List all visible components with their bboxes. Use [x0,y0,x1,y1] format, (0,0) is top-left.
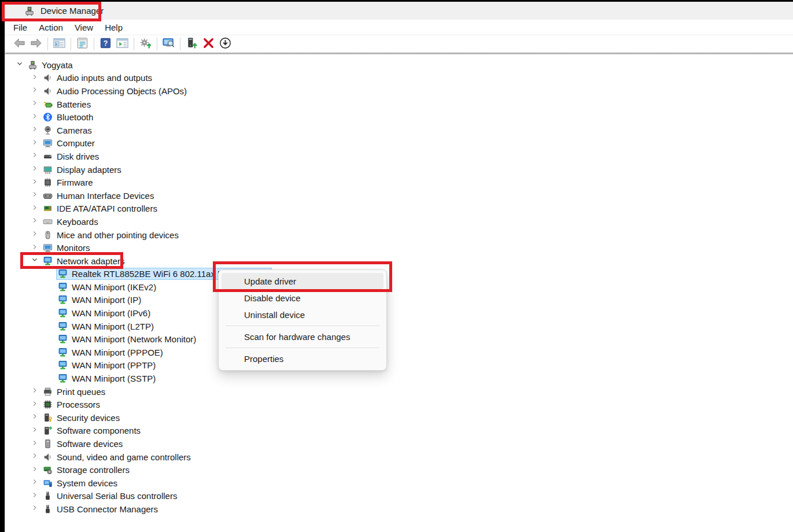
tree-item-sound-video-and-game-controllers[interactable]: Sound, video and game controllers [5,450,793,464]
chevron-down-icon [16,60,24,70]
chevron-right-icon [31,465,39,475]
uninstall-device-button[interactable] [201,36,216,51]
tree-item-keyboards[interactable]: Keyboards [5,215,793,228]
expand-chevron[interactable] [28,190,41,201]
tree-item-security-devices[interactable]: Security devices [5,411,793,424]
expand-chevron[interactable] [28,73,41,83]
tree-row-content: Print queues [41,386,108,398]
expand-chevron[interactable] [28,138,41,149]
expand-chevron[interactable] [28,243,41,253]
tree-item-label: WAN Miniport (IKEv2) [72,282,156,292]
menu-item-action[interactable]: Action [33,21,69,34]
expand-chevron[interactable] [28,178,41,188]
update-driver-toolbar-button[interactable] [184,36,200,51]
tree-item-software-devices[interactable]: Software devices [5,437,793,450]
tree-item-computer[interactable]: Computer [5,137,793,150]
tree-item-network-adapters[interactable]: Network adapters [5,254,793,268]
menu-item-file[interactable]: File [8,21,33,34]
forward-button[interactable] [28,36,44,51]
tree-item-label: IDE ATA/ATAPI controllers [57,204,157,213]
printer-icon [43,387,53,397]
expand-chevron[interactable] [28,125,41,135]
expand-chevron[interactable] [28,426,41,436]
tree-item-firmware[interactable]: Firmware [5,176,793,189]
network-icon [58,282,68,292]
back-button[interactable] [12,36,27,51]
expand-chevron[interactable] [28,412,41,423]
tree-item-wan-miniport-sstp[interactable]: WAN Miniport (SSTP) [5,372,793,385]
expand-chevron[interactable] [28,491,41,501]
tree-item-audio-processing-objects-apos[interactable]: Audio Processing Objects (APOs) [5,84,793,98]
expand-chevron[interactable] [28,439,41,449]
expand-chevron[interactable] [28,112,41,123]
expand-chevron[interactable] [28,86,41,96]
expand-chevron[interactable] [28,151,41,161]
help-button[interactable]: ? [98,36,113,51]
chevron-right-icon [31,112,39,123]
context-menu-item-scan-for-hardware-changes[interactable]: Scan for hardware changes [222,328,383,345]
tree-item-disk-drives[interactable]: Disk drives [5,150,793,163]
tree-item-print-queues[interactable]: Print queues [5,385,793,398]
expand-chevron[interactable] [28,230,41,240]
context-menu-item-properties[interactable]: Properties [222,350,383,367]
expand-chevron[interactable] [28,204,41,214]
expand-chevron[interactable] [28,164,41,175]
tree-item-software-components[interactable]: Software components [5,424,793,438]
context-menu-item-update-driver[interactable]: Update driver [222,273,383,290]
expand-chevron[interactable] [28,386,41,397]
tree-row-content: WAN Miniport (SSTP) [56,372,158,385]
menu-item-help[interactable]: Help [99,21,128,34]
tree-item-wan-miniport-pptp[interactable]: WAN Miniport (PPTP) [5,359,793,372]
expand-chevron[interactable] [28,452,41,462]
tree-item-processors[interactable]: Processors [5,398,793,411]
tree-item-universal-serial-bus-controllers[interactable]: Universal Serial Bus controllers [5,490,793,503]
tree-item-wan-miniport-network-monitor[interactable]: WAN Miniport (Network Monitor) [5,332,793,346]
collapse-chevron[interactable] [28,256,41,266]
tree-item-wan-miniport-ip[interactable]: WAN Miniport (IP) [5,294,793,307]
scan-hardware-changes-button[interactable] [161,36,176,51]
speaker-icon [43,452,53,462]
tree-item-bluetooth[interactable]: Bluetooth [5,110,793,124]
tree-item-cameras[interactable]: Cameras [5,124,793,137]
tree-item-display-adapters[interactable]: Display adapters [5,163,793,176]
update-driver-software-button[interactable] [138,36,153,51]
keyboard-icon [43,217,53,227]
tree-item-monitors[interactable]: Monitors [5,241,793,254]
window-title: Device Manager [40,6,104,16]
action-pane-button[interactable] [115,36,130,51]
tree-row-content: Cameras [41,124,95,136]
collapse-chevron[interactable] [13,60,26,70]
chevron-spacer [43,321,56,331]
expand-chevron[interactable] [28,465,41,475]
tree-item-wan-miniport-ipv6[interactable]: WAN Miniport (IPv6) [5,306,793,320]
chevron-right-icon [31,400,39,410]
expand-chevron[interactable] [28,478,41,488]
menu-item-view[interactable]: View [69,21,99,34]
tree-item-human-interface-devices[interactable]: Human Interface Devices [5,189,793,202]
show-hide-console-tree-button[interactable] [51,36,67,51]
tree-item-ide-ata-atapi-controllers[interactable]: IDE ATA/ATAPI controllers [5,202,793,216]
tree-item-audio-inputs-and-outputs[interactable]: Audio inputs and outputs [5,72,793,85]
tree-item-wan-miniport-ikev2[interactable]: WAN Miniport (IKEv2) [5,280,793,294]
tree-item-yogyata[interactable]: Yogyata [5,58,793,72]
tree-item-batteries[interactable]: Batteries [5,98,793,111]
tree-item-realtek-rtl8852be-wifi-6-802-11ax-pcie-adapter[interactable]: Realtek RTL8852BE WiFi 6 802.11ax PCIe A… [5,268,793,281]
tree-item-mice-and-other-pointing-devices[interactable]: Mice and other pointing devices [5,228,793,242]
tree-item-wan-miniport-l2tp[interactable]: WAN Miniport (L2TP) [5,320,793,333]
tree-item-usb-connector-managers[interactable]: USB Connector Managers [5,503,793,516]
context-menu-item-disable-device[interactable]: Disable device [222,290,383,306]
disable-device-button[interactable] [217,36,233,51]
expand-chevron[interactable] [28,216,41,227]
tree-item-wan-miniport-pppoe[interactable]: WAN Miniport (PPPOE) [5,346,793,359]
expand-chevron[interactable] [28,504,41,514]
context-menu-item-uninstall-device[interactable]: Uninstall device [222,306,383,323]
properties-button[interactable] [75,36,90,51]
expand-chevron[interactable] [28,400,41,410]
network-icon [58,308,68,318]
expand-chevron[interactable] [28,99,41,109]
tree-row-content: Storage controllers [41,464,132,476]
tree-item-storage-controllers[interactable]: Storage controllers [5,463,793,476]
software-component-icon [43,426,53,435]
tree-item-system-devices[interactable]: System devices [5,476,793,490]
tree-row-content: Sound, video and game controllers [41,451,194,463]
